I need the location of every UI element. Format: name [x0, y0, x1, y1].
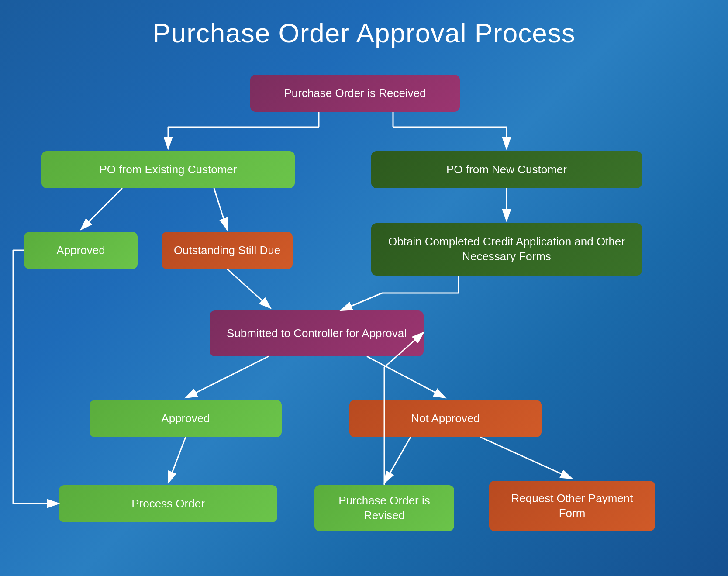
- svg-line-18: [480, 437, 572, 479]
- svg-line-8: [214, 188, 227, 230]
- node-approved-1: Approved: [24, 232, 138, 269]
- svg-line-14: [186, 356, 269, 398]
- node-obtain-credit: Obtain Completed Credit Application and …: [371, 223, 642, 276]
- diagram-area: Purchase Order is Received PO from Exist…: [0, 62, 728, 564]
- svg-line-13: [341, 293, 382, 310]
- node-po-revised: Purchase Order is Revised: [314, 485, 454, 531]
- node-approved-2: Approved: [90, 400, 282, 437]
- svg-line-16: [168, 437, 186, 483]
- svg-line-7: [81, 188, 122, 230]
- node-not-approved: Not Approved: [349, 400, 542, 437]
- node-outstanding: Outstanding Still Due: [162, 232, 293, 269]
- node-process-order: Process Order: [59, 485, 277, 522]
- svg-line-17: [384, 437, 411, 483]
- node-po-received: Purchase Order is Received: [250, 75, 460, 112]
- node-po-existing: PO from Existing Customer: [41, 151, 295, 188]
- node-other-payment: Request Other Payment Form: [489, 481, 655, 531]
- svg-line-10: [227, 269, 271, 308]
- node-po-new: PO from New Customer: [371, 151, 642, 188]
- svg-line-15: [367, 356, 445, 398]
- node-submitted-controller: Submitted to Controller for Approval: [210, 310, 424, 356]
- page-title: Purchase Order Approval Process: [0, 0, 728, 62]
